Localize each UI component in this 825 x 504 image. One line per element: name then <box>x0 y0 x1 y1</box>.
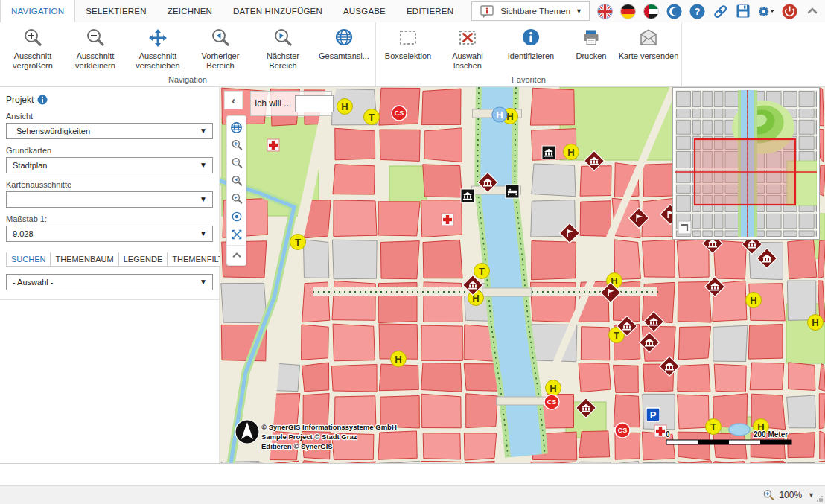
massstab-value: 9.028 <box>13 229 34 238</box>
project-info-icon[interactable] <box>37 95 48 105</box>
identify-button[interactable]: Identifizieren <box>497 22 565 74</box>
project-label: Projekt <box>6 95 34 105</box>
hotel-square-marker[interactable] <box>506 185 519 198</box>
chevron-down-icon: ▼ <box>200 161 207 169</box>
citybus-cs-marker[interactable]: CS <box>615 423 630 438</box>
citybus-cs-marker[interactable]: CS <box>392 106 407 121</box>
previous-extent-button[interactable]: Vorheriger Bereich <box>189 22 252 74</box>
menu-tab-ausgabe[interactable]: AUSGABE <box>333 0 396 22</box>
svg-text:H: H <box>550 383 556 394</box>
stop-yellow-h-marker[interactable]: H <box>564 144 579 160</box>
menu-tab-daten-hinzufuegen[interactable]: DATEN HINZUFÜGEN <box>223 0 333 22</box>
sidebar-tabs: SUCHEN THEMENBAUM LEGENDE THEMENFILTER <box>6 252 213 267</box>
svg-text:T: T <box>614 330 619 341</box>
identify-icon <box>520 26 541 50</box>
flag-uk-icon[interactable] <box>596 3 613 19</box>
svg-text:CS: CS <box>395 109 404 117</box>
clear-selection-icon <box>457 26 478 50</box>
museum-square-marker[interactable] <box>542 146 555 159</box>
box-selection-button[interactable]: Boxselektion <box>378 22 439 74</box>
menu-tab-editieren[interactable]: EDITIEREN <box>396 0 464 22</box>
flag-germany-icon[interactable] <box>619 3 636 19</box>
power-icon[interactable] <box>781 3 797 19</box>
stop-yellow-h-marker[interactable]: H <box>746 293 762 308</box>
help-icon[interactable]: ? <box>689 3 705 19</box>
collapse-up-icon[interactable] <box>227 245 246 263</box>
stop-yellow-h-marker[interactable]: H <box>808 315 824 331</box>
ansicht-dropdown[interactable]: Sehenswürdigkeiten ▼ <box>6 123 213 139</box>
ich-will-search: Ich will ... <box>250 91 332 116</box>
pharmacy-cross-marker[interactable] <box>654 425 666 437</box>
stop-yellow-t-marker[interactable]: T <box>364 109 380 125</box>
settings-gear-icon[interactable] <box>758 3 774 19</box>
sidebar-collapse-button[interactable]: ‹ <box>224 91 243 109</box>
citybus-cs-marker[interactable]: CS <box>544 395 559 409</box>
map-area[interactable]: HHHHHHHHHHTTTTTHCSCSCSP © SynerGIS Infor… <box>220 87 825 463</box>
full-extent-button[interactable]: Gesamtansi... <box>314 22 374 74</box>
svg-text:© SynerGIS Informationssysteme: © SynerGIS Informationssysteme GmbH <box>261 423 397 431</box>
next-extent-icon[interactable] <box>227 190 246 208</box>
resize-grip[interactable] <box>816 495 824 503</box>
chevron-down-icon: ▼ <box>576 7 582 15</box>
stop-blue-h-marker[interactable]: H <box>492 107 507 122</box>
stop-yellow-h-marker[interactable]: H <box>546 380 561 396</box>
overview-map[interactable] <box>672 87 820 240</box>
menu-tab-selektieren[interactable]: SELEKTIEREN <box>75 0 156 22</box>
zoom-in-button[interactable]: Ausschnitt vergrößern <box>1 22 64 74</box>
svg-text:T: T <box>295 237 301 248</box>
print-button[interactable]: Drucken <box>565 22 617 74</box>
massstab-dropdown[interactable]: 9.028 ▼ <box>6 226 213 242</box>
menu-tab-zeichnen[interactable]: ZEICHNEN <box>157 0 223 22</box>
parking-p-marker[interactable]: P <box>646 408 660 421</box>
zoom-out-icon <box>85 26 106 50</box>
collapse-up-icon[interactable] <box>804 3 821 19</box>
visible-themes-dropdown[interactable]: Sichtbare Themen ▼ <box>471 1 590 21</box>
zoom-level-icon <box>762 489 774 501</box>
clear-selection-button[interactable]: Auswahl löschen <box>439 22 497 74</box>
zoom-out-icon[interactable] <box>227 154 246 172</box>
pharmacy-cross-marker[interactable] <box>267 139 279 151</box>
kartenausschnitte-dropdown[interactable]: ▼ <box>6 191 213 208</box>
zoom-level-dropdown[interactable]: ▼ <box>808 491 815 499</box>
full-extent-icon[interactable] <box>227 226 246 243</box>
menubar-right-cluster: Sichtbare Themen ▼ ? <box>471 0 821 22</box>
overview-collapse-icon[interactable] <box>678 221 691 234</box>
tab-suchen[interactable]: SUCHEN <box>6 252 51 267</box>
stop-yellow-h-marker[interactable]: H <box>337 99 353 115</box>
tab-themenbaum[interactable]: THEMENBAUM <box>50 252 118 267</box>
bottom-strip <box>0 463 825 485</box>
next-extent-button[interactable]: Nächster Bereich <box>252 22 314 74</box>
menu-tab-navigation[interactable]: NAVIGATION <box>0 0 75 22</box>
locate-icon[interactable] <box>227 208 246 226</box>
stop-yellow-h-marker[interactable]: H <box>391 351 407 367</box>
crescent-icon[interactable] <box>666 3 682 19</box>
map-toolstrip <box>226 115 246 266</box>
previous-extent-icon[interactable] <box>227 172 246 190</box>
overview-globe-icon[interactable] <box>227 118 246 136</box>
print-label: Drucken <box>561 51 622 61</box>
flag-uae-icon[interactable] <box>643 3 659 19</box>
search-selection-dropdown[interactable]: - Auswahl - ▼ <box>6 274 213 290</box>
stop-yellow-t-marker[interactable]: T <box>474 264 490 279</box>
zoom-in-icon[interactable] <box>227 136 246 154</box>
grundkarten-dropdown[interactable]: Stadtplan ▼ <box>6 157 213 173</box>
svg-text:0: 0 <box>666 430 670 438</box>
next-extent-label: Nächster Bereich <box>252 51 313 71</box>
stop-yellow-t-marker[interactable]: T <box>706 419 722 435</box>
send-map-button[interactable]: Karte versenden <box>617 22 680 74</box>
museum-square-marker[interactable] <box>461 189 474 202</box>
send-map-icon <box>638 26 659 50</box>
pharmacy-cross-marker[interactable] <box>442 214 453 226</box>
zoom-out-button[interactable]: Ausschnitt verkleinern <box>64 22 127 74</box>
svg-text:T: T <box>369 112 375 123</box>
pan-button[interactable]: Ausschnitt verschieben <box>127 22 189 74</box>
tab-legende[interactable]: LEGENDE <box>118 252 168 267</box>
svg-text:H: H <box>496 109 503 121</box>
svg-text:CS: CS <box>618 427 628 434</box>
identify-label: Identifizieren <box>500 51 561 61</box>
ich-will-input[interactable] <box>295 95 334 112</box>
svg-text:H: H <box>506 111 513 122</box>
stop-yellow-t-marker[interactable]: T <box>290 235 306 250</box>
save-icon[interactable] <box>735 3 751 19</box>
link-icon[interactable] <box>712 3 728 19</box>
